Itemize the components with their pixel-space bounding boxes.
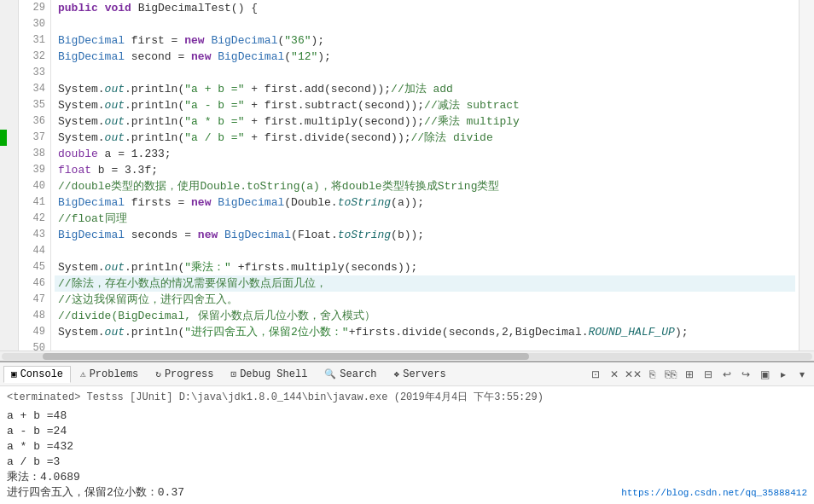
code-line: System.out.println("乘法：" +firsts.multipl… [55,259,795,275]
output-line: 乘法：4.0689 [7,470,807,485]
code-line: System.out.println("a + b =" + first.add… [55,81,795,97]
code-line: double a = 1.233; [55,146,795,162]
horizontal-scrollbar[interactable] [0,350,814,361]
left-mini-gutter [0,0,19,350]
code-line: System.out.println("进行四舍五入，保留2位小数："+firs… [55,324,795,340]
code-line: //除法，存在小数点的情况需要保留小数点后面几位， [55,275,795,292]
servers-tab-icon: ❖ [394,368,400,379]
servers-tab-label: Servers [403,368,445,380]
output-line: a + b =48 [7,408,807,424]
console-tab-servers[interactable]: ❖Servers [387,366,454,383]
console-tab-problems[interactable]: ⚠Problems [73,366,146,383]
code-content: public void BigDecimalTest() { BigDecima… [51,0,799,350]
close-all-btn[interactable]: ✕✕ [625,366,642,383]
line-number: 38 [19,146,50,162]
editor-area: 2930313233343536373839404142434445464748… [0,0,814,350]
output-line: a - b =24 [7,424,807,439]
copy-btn[interactable]: ⎘ [643,366,660,383]
pin-btn[interactable]: ↪ [737,366,754,383]
line-number: 50 [19,340,50,350]
line-number: 44 [19,243,50,259]
code-line [55,65,795,81]
console-tab-search[interactable]: 🔍Search [317,366,384,383]
console-toolbar: ▣Console⚠Problems↻Progress⊡Debug Shell🔍S… [0,362,814,386]
console-panel: ▣Console⚠Problems↻Progress⊡Debug Shell🔍S… [0,361,814,504]
console-tab-icon: ▣ [11,368,17,379]
code-line: System.out.println("a - b =" + first.sub… [55,97,795,113]
line-number: 42 [19,211,50,227]
console-tab-debug-shell[interactable]: ⊡Debug Shell [224,366,316,383]
console-toolbar-right: ⊡✕✕✕⎘⎘⎘⊞⊟↩↪▣▸▾ [587,366,811,383]
copy-all-btn[interactable]: ⎘⎘ [662,366,679,383]
code-line: //double类型的数据，使用Double.toString(a)，将doub… [55,178,795,194]
expand-btn[interactable]: ⊞ [681,366,698,383]
line-number: 46 [19,275,50,292]
problems-tab-icon: ⚠ [80,368,86,379]
code-line: //这边我保留两位，进行四舍五入。 [55,292,795,308]
line-numbers-gutter: 2930313233343536373839404142434445464748… [19,0,51,350]
code-line: //float同理 [55,211,795,227]
minimize-btn[interactable]: ⊡ [587,366,604,383]
line-number: 48 [19,308,50,324]
line-number: 36 [19,113,50,130]
line-number: 31 [19,32,50,49]
line-number: 29 [19,0,50,16]
bottom-link[interactable]: https://blog.csdn.net/qq_35888412 [621,485,807,501]
code-line: System.out.println("a * b =" + first.mul… [55,113,795,130]
search-tab-label: Search [340,368,376,380]
debug-shell-tab-label: Debug Shell [240,368,307,380]
code-line: System.out.println("a / b =" + first.div… [55,130,795,146]
scrollbar-thumb[interactable] [43,353,529,360]
code-line [55,243,795,259]
line-number: 33 [19,65,50,81]
scroll-lock-btn[interactable]: ↩ [718,366,736,383]
line-number: 30 [19,16,50,32]
scrollbar-track[interactable] [2,353,812,360]
output-line: a * b =432 [7,439,807,455]
forward-btn[interactable]: ▸ [775,366,792,383]
view-btn[interactable]: ▣ [756,366,773,383]
console-tab-label: Console [20,368,63,380]
line-number: 35 [19,97,50,113]
line-number: 37 [19,130,50,146]
line-number: 40 [19,178,50,194]
dropdown-btn[interactable]: ▾ [794,366,811,383]
code-line [55,16,795,32]
problems-tab-label: Problems [90,368,139,380]
console-output: <terminated> Testss [JUnit] D:\java\jdk1… [0,386,814,504]
close-btn[interactable]: ✕ [606,366,623,383]
line-number: 49 [19,324,50,340]
line-number: 41 [19,194,50,211]
code-line: BigDecimal firsts = new BigDecimal(Doubl… [55,194,795,211]
console-tab-console[interactable]: ▣Console [3,366,71,383]
code-line: float b = 3.3f; [55,162,795,178]
code-line: public void BigDecimalTest() { [55,0,795,16]
line-number: 43 [19,227,50,243]
console-tab-progress[interactable]: ↻Progress [148,366,221,383]
line-number: 34 [19,81,50,97]
bookmark-marker [0,130,7,146]
terminated-line: <terminated> Testss [JUnit] D:\java\jdk1… [7,390,807,405]
line-number: 45 [19,259,50,275]
search-tab-icon: 🔍 [324,368,336,379]
code-line: //divide(BigDecimal, 保留小数点后几位小数，舍入模式） [55,308,795,324]
line-number: 47 [19,292,50,308]
code-line [55,340,795,350]
debug-shell-tab-icon: ⊡ [231,368,237,379]
progress-tab-icon: ↻ [155,368,161,379]
output-line: a / b =3 [7,455,807,470]
code-line: BigDecimal seconds = new BigDecimal(Floa… [55,227,795,243]
code-line: BigDecimal second = new BigDecimal("12")… [55,49,795,65]
collapse-btn[interactable]: ⊟ [700,366,717,383]
right-scrollbar[interactable] [799,0,814,350]
line-number: 32 [19,49,50,65]
progress-tab-label: Progress [165,368,214,380]
line-number: 39 [19,162,50,178]
code-line: BigDecimal first = new BigDecimal("36"); [55,32,795,49]
